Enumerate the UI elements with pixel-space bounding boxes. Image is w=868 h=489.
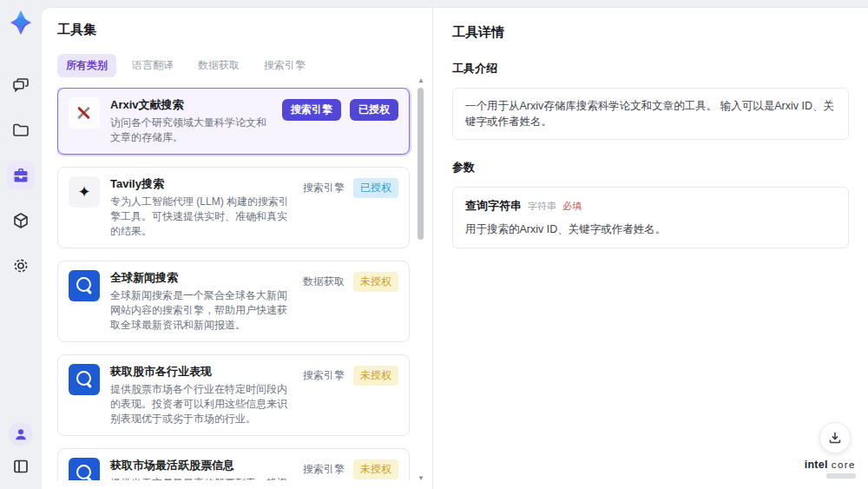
tool-card-text: Arxiv文献搜索 访问各个研究领域大量科学论文和文章的存储库。 [110, 97, 272, 145]
tool-card-tavily[interactable]: Tavily搜索 专为人工智能代理 (LLM) 构建的搜索引擎工具。可快速提供实… [57, 167, 410, 248]
scroll-down-icon[interactable]: ▼ [417, 475, 425, 482]
intro-heading: 工具介绍 [452, 61, 849, 76]
tab-all-categories[interactable]: 所有类别 [57, 54, 116, 77]
detail-title: 工具详情 [452, 24, 849, 41]
param-header: 查询字符串 字符串 必填 [465, 198, 836, 214]
tab-search-engine[interactable]: 搜索引擎 [255, 54, 314, 77]
intel-badge-bar [826, 473, 856, 479]
param-name: 查询字符串 [465, 198, 522, 214]
arxiv-logo-icon [69, 97, 100, 129]
sidebar-bottom [7, 422, 35, 480]
tab-data-acquisition[interactable]: 数据获取 [189, 54, 248, 77]
auth-status-badge: 未授权 [353, 272, 398, 292]
scrollbar-thumb[interactable] [418, 88, 424, 240]
package-icon[interactable] [7, 207, 35, 235]
tool-title: 全球新闻搜索 [110, 270, 289, 286]
tool-card-global-news[interactable]: 全球新闻搜索 全球新闻搜索是一个聚合全球各大新闻网站内容的搜索引擎，帮助用户快速… [57, 261, 410, 342]
chat-icon[interactable] [7, 71, 35, 99]
category-badge: 搜索引擎 [303, 181, 345, 195]
auth-status-badge: 已授权 [350, 99, 398, 121]
list-scrollbar[interactable]: ▲ ▼ [417, 77, 425, 482]
tool-badges: 搜索引擎 未授权 [303, 364, 398, 386]
tool-description: 访问各个研究领域大量科学论文和文章的存储库。 [110, 116, 268, 145]
search-icon [69, 364, 100, 395]
tool-description: 全球新闻搜索是一个聚合全球各大新闻网站内容的搜索引擎，帮助用户快速获取全球最新资… [110, 288, 289, 333]
page-title: 工具集 [57, 22, 432, 38]
app-window: 工具集 所有类别 语言翻译 数据获取 搜索引擎 Arxiv文献搜索 访问各个研究… [0, 0, 868, 489]
user-icon[interactable] [9, 422, 33, 446]
tool-card-most-active-stocks[interactable]: 获取市场最活跃股票信息 提供当天交易量最高的股票列表，投资者可以利用这些信息来识… [57, 448, 410, 480]
tool-title: Tavily搜索 [110, 176, 289, 192]
intel-wordmark: intel [805, 459, 828, 471]
tool-description: 提供当天交易量最高的股票列表，投资者可以利用这些信息来识别流动性强的股票和潜在的… [110, 476, 289, 480]
panel-icon[interactable] [7, 453, 35, 480]
settings-icon[interactable] [7, 252, 35, 280]
tool-badges: 数据获取 未授权 [303, 270, 398, 292]
intel-core-logo: intel core [805, 459, 856, 479]
category-tabs: 所有类别 语言翻译 数据获取 搜索引擎 [57, 54, 432, 77]
folder-icon[interactable] [7, 116, 35, 144]
sidebar [0, 0, 42, 489]
tool-description: 专为人工智能代理 (LLM) 构建的搜索引擎工具。可快速提供实时、准确和真实的结… [110, 195, 289, 239]
tool-card-arxiv[interactable]: Arxiv文献搜索 访问各个研究领域大量科学论文和文章的存储库。 搜索引擎 已授… [57, 88, 410, 155]
core-wordmark: core [832, 459, 856, 470]
category-badge: 搜索引擎 [303, 462, 345, 477]
tab-language-translation[interactable]: 语言翻译 [123, 54, 182, 77]
tool-card-text: Tavily搜索 专为人工智能代理 (LLM) 构建的搜索引擎工具。可快速提供实… [110, 176, 293, 239]
toolbox-icon[interactable] [7, 162, 35, 189]
tool-card-text: 获取市场最活跃股票信息 提供当天交易量最高的股票列表，投资者可以利用这些信息来识… [110, 458, 293, 480]
param-type: 字符串 [528, 200, 556, 213]
search-icon [69, 458, 100, 480]
sidebar-nav [7, 71, 35, 280]
tool-badges: 搜索引擎 已授权 [303, 176, 398, 198]
auth-status-badge: 未授权 [353, 366, 398, 386]
tavily-star-icon [69, 176, 100, 208]
param-description: 用于搜索的Arxiv ID、关键字或作者姓名。 [465, 221, 836, 237]
tool-card-text: 获取股市各行业表现 提供股票市场各个行业在特定时间段内的表现。投资者可以利用这些… [110, 364, 293, 426]
param-box: 查询字符串 字符串 必填 用于搜索的Arxiv ID、关键字或作者姓名。 [452, 187, 849, 248]
tool-title: 获取市场最活跃股票信息 [110, 458, 289, 473]
app-logo[interactable] [5, 7, 36, 38]
auth-status-badge: 已授权 [353, 178, 398, 198]
tool-description: 提供股票市场各个行业在特定时间段内的表现。投资者可以利用这些信息来识别表现优于或… [110, 382, 289, 426]
tool-list-panel: 工具集 所有类别 语言翻译 数据获取 搜索引擎 Arxiv文献搜索 访问各个研究… [42, 8, 432, 489]
auth-status-badge: 未授权 [353, 459, 398, 479]
tool-card-sector-performance[interactable]: 获取股市各行业表现 提供股票市场各个行业在特定时间段内的表现。投资者可以利用这些… [57, 354, 410, 436]
tool-badges: 搜索引擎 已授权 [282, 97, 398, 121]
category-badge: 数据获取 [303, 274, 345, 289]
param-required-flag: 必填 [562, 200, 582, 213]
search-icon [69, 270, 100, 301]
category-badge: 搜索引擎 [282, 99, 341, 121]
tool-intro-box: 一个用于从Arxiv存储库搜索科学论文和文章的工具。 输入可以是Arxiv ID… [452, 88, 849, 140]
tool-badges: 搜索引擎 未授权 [303, 458, 398, 479]
category-badge: 搜索引擎 [303, 368, 345, 383]
main-content: 工具集 所有类别 语言翻译 数据获取 搜索引擎 Arxiv文献搜索 访问各个研究… [42, 7, 868, 489]
tool-title: Arxiv文献搜索 [110, 97, 268, 113]
tool-detail-panel: 工具详情 工具介绍 一个用于从Arxiv存储库搜索科学论文和文章的工具。 输入可… [433, 8, 868, 489]
tool-card-text: 全球新闻搜索 全球新闻搜索是一个聚合全球各大新闻网站内容的搜索引擎，帮助用户快速… [110, 270, 293, 333]
scroll-up-icon[interactable]: ▲ [417, 77, 425, 84]
tool-card-list: Arxiv文献搜索 访问各个研究领域大量科学论文和文章的存储库。 搜索引擎 已授… [57, 88, 432, 480]
download-icon [828, 431, 842, 445]
tool-title: 获取股市各行业表现 [110, 364, 289, 380]
download-button[interactable] [819, 422, 851, 453]
params-heading: 参数 [452, 160, 849, 175]
